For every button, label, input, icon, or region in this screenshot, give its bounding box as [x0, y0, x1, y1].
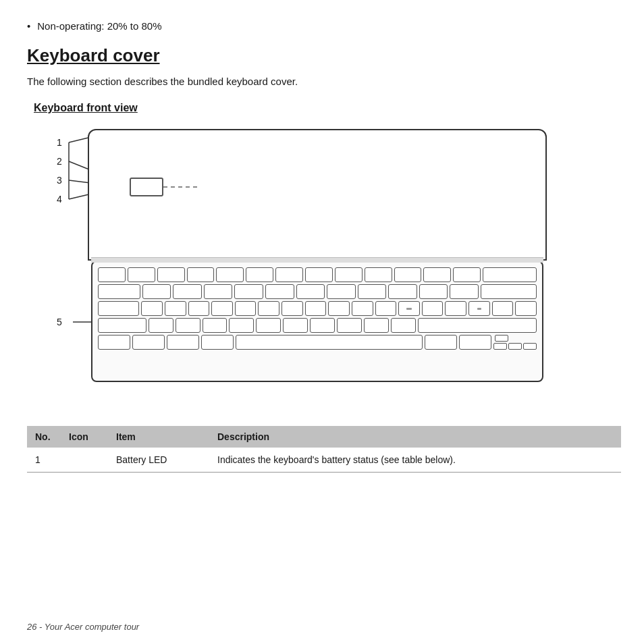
key — [450, 284, 479, 299]
key — [229, 318, 254, 333]
cell-item: Battery LED — [108, 448, 209, 473]
key — [187, 267, 215, 282]
key — [283, 318, 308, 333]
key — [98, 318, 146, 333]
key — [173, 284, 202, 299]
key — [310, 318, 335, 333]
table-header-row: No. Icon Item Description — [27, 426, 621, 448]
key — [337, 318, 362, 333]
section-intro: The following section describes the bund… — [27, 76, 617, 87]
key — [365, 267, 392, 282]
key — [375, 301, 397, 316]
key — [132, 335, 165, 350]
key — [216, 267, 244, 282]
table-row: 1 Battery LED Indicates the keyboard's b… — [27, 448, 621, 473]
bullet-text: Non-operating: 20% to 80% — [27, 20, 617, 32]
keyboard-area — [91, 261, 543, 382]
th-desc: Description — [209, 426, 621, 448]
key — [188, 301, 210, 316]
cell-desc: Indicates the keyboard's battery status … — [209, 448, 621, 473]
connector-box — [130, 178, 163, 196]
key — [204, 284, 233, 299]
key — [445, 301, 466, 316]
label-4: 4 — [57, 194, 62, 205]
section-title: Keyboard cover — [27, 45, 617, 66]
subsection-title: Keyboard front view — [34, 102, 617, 114]
dashed-line — [163, 186, 197, 188]
th-icon: Icon — [61, 426, 108, 448]
label-1: 1 — [57, 137, 62, 148]
key — [305, 301, 327, 316]
key — [335, 267, 363, 282]
separator — [91, 257, 543, 263]
key — [418, 318, 537, 333]
key — [275, 267, 303, 282]
key-row-1 — [98, 267, 537, 282]
page-footer: 26 - Your Acer computer tour — [27, 622, 139, 632]
key — [281, 301, 303, 316]
key — [98, 335, 130, 350]
arrow-up-key — [495, 335, 508, 342]
th-no: No. — [27, 426, 61, 448]
key — [481, 284, 537, 299]
key — [256, 318, 281, 333]
key — [157, 267, 185, 282]
key — [515, 301, 537, 316]
key — [327, 284, 356, 299]
key — [483, 267, 537, 282]
key — [258, 301, 279, 316]
key — [296, 284, 325, 299]
spacebar-key — [236, 335, 423, 350]
key — [419, 284, 448, 299]
key — [165, 301, 186, 316]
key — [422, 301, 444, 316]
key — [453, 267, 481, 282]
key — [234, 284, 263, 299]
key-row-2 — [98, 284, 537, 299]
key — [265, 284, 294, 299]
arrow-keys — [493, 335, 537, 350]
key — [459, 335, 491, 350]
key — [142, 284, 171, 299]
key — [358, 284, 387, 299]
key — [391, 318, 416, 333]
key — [98, 301, 139, 316]
key-row-5 — [98, 335, 537, 350]
key — [246, 267, 273, 282]
key — [305, 267, 333, 282]
key — [468, 301, 490, 316]
key — [235, 301, 257, 316]
th-item: Item — [108, 426, 209, 448]
key — [423, 267, 451, 282]
arrow-down-key — [508, 343, 522, 350]
key — [203, 318, 227, 333]
key — [364, 318, 389, 333]
key-row-3 — [98, 301, 537, 316]
key — [167, 335, 199, 350]
cell-no: 1 — [27, 448, 61, 473]
key — [425, 335, 457, 350]
key — [328, 301, 350, 316]
key — [394, 267, 422, 282]
key — [352, 301, 373, 316]
cell-icon — [61, 448, 108, 473]
key — [149, 318, 173, 333]
tablet-area — [88, 129, 547, 261]
key — [492, 301, 514, 316]
key-row-4 — [98, 318, 537, 333]
key — [128, 267, 155, 282]
arrow-left-key — [493, 343, 507, 350]
key — [398, 301, 420, 316]
label-5: 5 — [57, 317, 62, 327]
key — [211, 301, 233, 316]
key — [98, 267, 126, 282]
key — [141, 301, 163, 316]
keyboard-diagram: 1 2 3 4 5 — [54, 122, 567, 406]
key — [98, 284, 140, 299]
label-3: 3 — [57, 175, 62, 186]
key — [201, 335, 234, 350]
key — [176, 318, 200, 333]
label-2: 2 — [57, 156, 62, 167]
arrow-right-key — [523, 343, 537, 350]
key — [388, 284, 417, 299]
